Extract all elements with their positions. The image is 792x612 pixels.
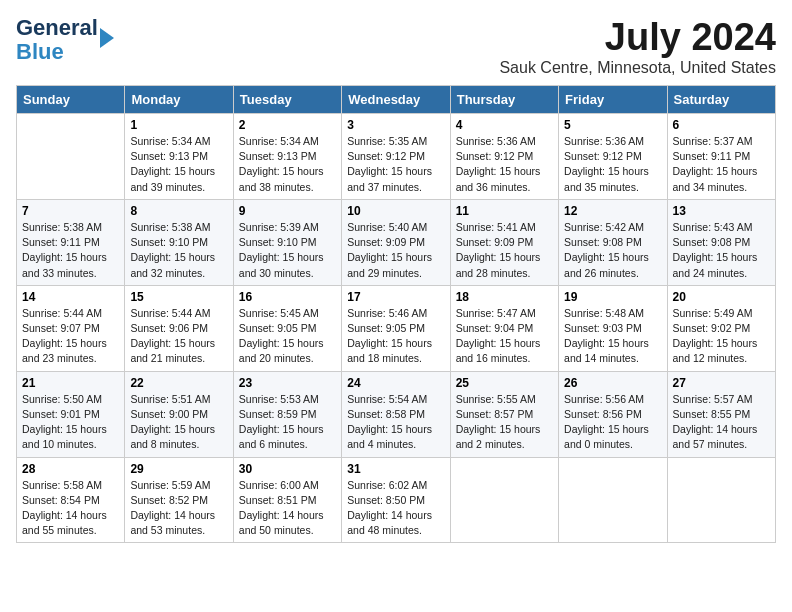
- day-info: Sunrise: 5:37 AM Sunset: 9:11 PM Dayligh…: [673, 134, 770, 195]
- day-info: Sunrise: 5:36 AM Sunset: 9:12 PM Dayligh…: [564, 134, 661, 195]
- day-info: Sunrise: 5:47 AM Sunset: 9:04 PM Dayligh…: [456, 306, 553, 367]
- day-info: Sunrise: 5:38 AM Sunset: 9:10 PM Dayligh…: [130, 220, 227, 281]
- day-number: 26: [564, 376, 661, 390]
- day-info: Sunrise: 5:44 AM Sunset: 9:07 PM Dayligh…: [22, 306, 119, 367]
- day-number: 19: [564, 290, 661, 304]
- day-info: Sunrise: 5:46 AM Sunset: 9:05 PM Dayligh…: [347, 306, 444, 367]
- calendar-cell: 2Sunrise: 5:34 AM Sunset: 9:13 PM Daylig…: [233, 114, 341, 200]
- day-number: 23: [239, 376, 336, 390]
- header-monday: Monday: [125, 86, 233, 114]
- day-info: Sunrise: 5:35 AM Sunset: 9:12 PM Dayligh…: [347, 134, 444, 195]
- calendar-cell: 30Sunrise: 6:00 AM Sunset: 8:51 PM Dayli…: [233, 457, 341, 543]
- day-info: Sunrise: 5:34 AM Sunset: 9:13 PM Dayligh…: [239, 134, 336, 195]
- calendar-cell: 8Sunrise: 5:38 AM Sunset: 9:10 PM Daylig…: [125, 199, 233, 285]
- day-number: 13: [673, 204, 770, 218]
- day-number: 17: [347, 290, 444, 304]
- header-friday: Friday: [559, 86, 667, 114]
- day-number: 22: [130, 376, 227, 390]
- day-number: 5: [564, 118, 661, 132]
- day-number: 24: [347, 376, 444, 390]
- day-number: 21: [22, 376, 119, 390]
- page-subtitle: Sauk Centre, Minnesota, United States: [499, 59, 776, 77]
- calendar-cell: 9Sunrise: 5:39 AM Sunset: 9:10 PM Daylig…: [233, 199, 341, 285]
- day-info: Sunrise: 5:42 AM Sunset: 9:08 PM Dayligh…: [564, 220, 661, 281]
- day-number: 25: [456, 376, 553, 390]
- day-info: Sunrise: 5:41 AM Sunset: 9:09 PM Dayligh…: [456, 220, 553, 281]
- header-wednesday: Wednesday: [342, 86, 450, 114]
- day-info: Sunrise: 5:51 AM Sunset: 9:00 PM Dayligh…: [130, 392, 227, 453]
- day-info: Sunrise: 5:40 AM Sunset: 9:09 PM Dayligh…: [347, 220, 444, 281]
- calendar-table: SundayMondayTuesdayWednesdayThursdayFrid…: [16, 85, 776, 543]
- calendar-cell: 25Sunrise: 5:55 AM Sunset: 8:57 PM Dayli…: [450, 371, 558, 457]
- calendar-header-row: SundayMondayTuesdayWednesdayThursdayFrid…: [17, 86, 776, 114]
- day-info: Sunrise: 5:59 AM Sunset: 8:52 PM Dayligh…: [130, 478, 227, 539]
- day-info: Sunrise: 5:58 AM Sunset: 8:54 PM Dayligh…: [22, 478, 119, 539]
- day-number: 27: [673, 376, 770, 390]
- page-title: July 2024: [499, 16, 776, 59]
- day-info: Sunrise: 5:44 AM Sunset: 9:06 PM Dayligh…: [130, 306, 227, 367]
- calendar-cell: 27Sunrise: 5:57 AM Sunset: 8:55 PM Dayli…: [667, 371, 775, 457]
- day-number: 11: [456, 204, 553, 218]
- header-saturday: Saturday: [667, 86, 775, 114]
- day-number: 8: [130, 204, 227, 218]
- day-number: 12: [564, 204, 661, 218]
- logo-text: GeneralBlue: [16, 16, 98, 64]
- header-thursday: Thursday: [450, 86, 558, 114]
- day-info: Sunrise: 6:02 AM Sunset: 8:50 PM Dayligh…: [347, 478, 444, 539]
- day-info: Sunrise: 5:56 AM Sunset: 8:56 PM Dayligh…: [564, 392, 661, 453]
- day-number: 10: [347, 204, 444, 218]
- day-number: 15: [130, 290, 227, 304]
- calendar-cell: 10Sunrise: 5:40 AM Sunset: 9:09 PM Dayli…: [342, 199, 450, 285]
- day-info: Sunrise: 5:49 AM Sunset: 9:02 PM Dayligh…: [673, 306, 770, 367]
- calendar-cell: 31Sunrise: 6:02 AM Sunset: 8:50 PM Dayli…: [342, 457, 450, 543]
- calendar-cell: 23Sunrise: 5:53 AM Sunset: 8:59 PM Dayli…: [233, 371, 341, 457]
- day-number: 3: [347, 118, 444, 132]
- week-row-3: 14Sunrise: 5:44 AM Sunset: 9:07 PM Dayli…: [17, 285, 776, 371]
- day-number: 30: [239, 462, 336, 476]
- calendar-cell: 3Sunrise: 5:35 AM Sunset: 9:12 PM Daylig…: [342, 114, 450, 200]
- week-row-1: 1Sunrise: 5:34 AM Sunset: 9:13 PM Daylig…: [17, 114, 776, 200]
- day-info: Sunrise: 5:57 AM Sunset: 8:55 PM Dayligh…: [673, 392, 770, 453]
- calendar-cell: 17Sunrise: 5:46 AM Sunset: 9:05 PM Dayli…: [342, 285, 450, 371]
- calendar-cell: [450, 457, 558, 543]
- day-number: 28: [22, 462, 119, 476]
- day-number: 16: [239, 290, 336, 304]
- calendar-cell: 7Sunrise: 5:38 AM Sunset: 9:11 PM Daylig…: [17, 199, 125, 285]
- day-info: Sunrise: 5:45 AM Sunset: 9:05 PM Dayligh…: [239, 306, 336, 367]
- week-row-5: 28Sunrise: 5:58 AM Sunset: 8:54 PM Dayli…: [17, 457, 776, 543]
- calendar-cell: 18Sunrise: 5:47 AM Sunset: 9:04 PM Dayli…: [450, 285, 558, 371]
- day-number: 2: [239, 118, 336, 132]
- week-row-4: 21Sunrise: 5:50 AM Sunset: 9:01 PM Dayli…: [17, 371, 776, 457]
- day-info: Sunrise: 5:43 AM Sunset: 9:08 PM Dayligh…: [673, 220, 770, 281]
- logo-arrow-icon: [100, 28, 114, 48]
- calendar-cell: 12Sunrise: 5:42 AM Sunset: 9:08 PM Dayli…: [559, 199, 667, 285]
- day-number: 1: [130, 118, 227, 132]
- calendar-cell: 11Sunrise: 5:41 AM Sunset: 9:09 PM Dayli…: [450, 199, 558, 285]
- calendar-cell: 1Sunrise: 5:34 AM Sunset: 9:13 PM Daylig…: [125, 114, 233, 200]
- calendar-cell: 15Sunrise: 5:44 AM Sunset: 9:06 PM Dayli…: [125, 285, 233, 371]
- calendar-cell: 20Sunrise: 5:49 AM Sunset: 9:02 PM Dayli…: [667, 285, 775, 371]
- calendar-cell: 6Sunrise: 5:37 AM Sunset: 9:11 PM Daylig…: [667, 114, 775, 200]
- calendar-cell: 5Sunrise: 5:36 AM Sunset: 9:12 PM Daylig…: [559, 114, 667, 200]
- logo: GeneralBlue: [16, 16, 114, 64]
- header-sunday: Sunday: [17, 86, 125, 114]
- calendar-cell: [559, 457, 667, 543]
- calendar-cell: [17, 114, 125, 200]
- day-number: 31: [347, 462, 444, 476]
- day-number: 9: [239, 204, 336, 218]
- page-header: GeneralBlue July 2024 Sauk Centre, Minne…: [16, 16, 776, 77]
- day-number: 14: [22, 290, 119, 304]
- calendar-cell: 24Sunrise: 5:54 AM Sunset: 8:58 PM Dayli…: [342, 371, 450, 457]
- calendar-cell: 19Sunrise: 5:48 AM Sunset: 9:03 PM Dayli…: [559, 285, 667, 371]
- day-number: 7: [22, 204, 119, 218]
- calendar-cell: 26Sunrise: 5:56 AM Sunset: 8:56 PM Dayli…: [559, 371, 667, 457]
- day-number: 4: [456, 118, 553, 132]
- week-row-2: 7Sunrise: 5:38 AM Sunset: 9:11 PM Daylig…: [17, 199, 776, 285]
- day-number: 6: [673, 118, 770, 132]
- day-info: Sunrise: 5:53 AM Sunset: 8:59 PM Dayligh…: [239, 392, 336, 453]
- calendar-cell: 22Sunrise: 5:51 AM Sunset: 9:00 PM Dayli…: [125, 371, 233, 457]
- calendar-cell: [667, 457, 775, 543]
- day-number: 29: [130, 462, 227, 476]
- day-info: Sunrise: 5:38 AM Sunset: 9:11 PM Dayligh…: [22, 220, 119, 281]
- day-info: Sunrise: 5:36 AM Sunset: 9:12 PM Dayligh…: [456, 134, 553, 195]
